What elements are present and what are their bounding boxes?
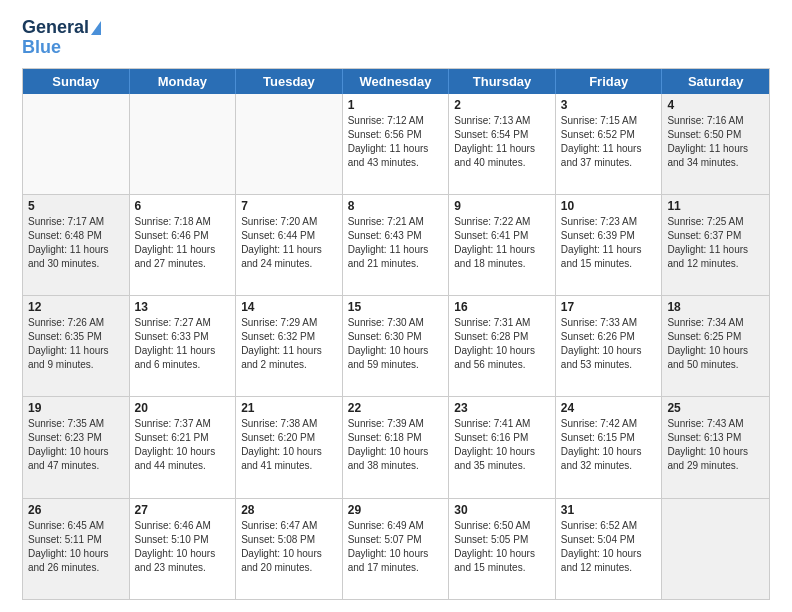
day-info: Sunrise: 7:22 AM Sunset: 6:41 PM Dayligh… [454,215,550,271]
day-number: 26 [28,503,124,517]
day-info: Sunrise: 7:15 AM Sunset: 6:52 PM Dayligh… [561,114,657,170]
day-number: 20 [135,401,231,415]
calendar-cell-30: 30Sunrise: 6:50 AM Sunset: 5:05 PM Dayli… [449,499,556,599]
day-info: Sunrise: 7:26 AM Sunset: 6:35 PM Dayligh… [28,316,124,372]
day-info: Sunrise: 7:43 AM Sunset: 6:13 PM Dayligh… [667,417,764,473]
calendar-cell-24: 24Sunrise: 7:42 AM Sunset: 6:15 PM Dayli… [556,397,663,497]
calendar-cell-12: 12Sunrise: 7:26 AM Sunset: 6:35 PM Dayli… [23,296,130,396]
calendar-cell-15: 15Sunrise: 7:30 AM Sunset: 6:30 PM Dayli… [343,296,450,396]
day-number: 9 [454,199,550,213]
calendar-cell-28: 28Sunrise: 6:47 AM Sunset: 5:08 PM Dayli… [236,499,343,599]
header-day-friday: Friday [556,69,663,94]
header: General Blue [22,18,770,58]
day-number: 18 [667,300,764,314]
day-info: Sunrise: 7:13 AM Sunset: 6:54 PM Dayligh… [454,114,550,170]
calendar-cell-11: 11Sunrise: 7:25 AM Sunset: 6:37 PM Dayli… [662,195,769,295]
day-info: Sunrise: 7:18 AM Sunset: 6:46 PM Dayligh… [135,215,231,271]
calendar-cell-31: 31Sunrise: 6:52 AM Sunset: 5:04 PM Dayli… [556,499,663,599]
day-number: 13 [135,300,231,314]
calendar-cell-3: 3Sunrise: 7:15 AM Sunset: 6:52 PM Daylig… [556,94,663,194]
calendar-cell-21: 21Sunrise: 7:38 AM Sunset: 6:20 PM Dayli… [236,397,343,497]
day-info: Sunrise: 7:30 AM Sunset: 6:30 PM Dayligh… [348,316,444,372]
calendar-cell-23: 23Sunrise: 7:41 AM Sunset: 6:16 PM Dayli… [449,397,556,497]
calendar-cell-empty-0-1 [130,94,237,194]
day-number: 23 [454,401,550,415]
page: General Blue SundayMondayTuesdayWednesda… [0,0,792,612]
day-number: 2 [454,98,550,112]
day-number: 25 [667,401,764,415]
calendar-cell-20: 20Sunrise: 7:37 AM Sunset: 6:21 PM Dayli… [130,397,237,497]
calendar-cell-5: 5Sunrise: 7:17 AM Sunset: 6:48 PM Daylig… [23,195,130,295]
day-info: Sunrise: 7:17 AM Sunset: 6:48 PM Dayligh… [28,215,124,271]
day-info: Sunrise: 7:20 AM Sunset: 6:44 PM Dayligh… [241,215,337,271]
calendar-cell-7: 7Sunrise: 7:20 AM Sunset: 6:44 PM Daylig… [236,195,343,295]
calendar-cell-26: 26Sunrise: 6:45 AM Sunset: 5:11 PM Dayli… [23,499,130,599]
day-number: 5 [28,199,124,213]
logo-icon [91,21,101,35]
header-day-monday: Monday [130,69,237,94]
calendar-cell-29: 29Sunrise: 6:49 AM Sunset: 5:07 PM Dayli… [343,499,450,599]
day-info: Sunrise: 6:49 AM Sunset: 5:07 PM Dayligh… [348,519,444,575]
calendar-cell-4: 4Sunrise: 7:16 AM Sunset: 6:50 PM Daylig… [662,94,769,194]
day-info: Sunrise: 7:38 AM Sunset: 6:20 PM Dayligh… [241,417,337,473]
calendar-cell-16: 16Sunrise: 7:31 AM Sunset: 6:28 PM Dayli… [449,296,556,396]
calendar: SundayMondayTuesdayWednesdayThursdayFrid… [22,68,770,600]
day-number: 4 [667,98,764,112]
logo: General Blue [22,18,101,58]
calendar-cell-8: 8Sunrise: 7:21 AM Sunset: 6:43 PM Daylig… [343,195,450,295]
calendar-cell-empty-0-2 [236,94,343,194]
day-info: Sunrise: 7:37 AM Sunset: 6:21 PM Dayligh… [135,417,231,473]
day-number: 3 [561,98,657,112]
header-day-tuesday: Tuesday [236,69,343,94]
day-number: 1 [348,98,444,112]
day-number: 31 [561,503,657,517]
calendar-cell-6: 6Sunrise: 7:18 AM Sunset: 6:46 PM Daylig… [130,195,237,295]
calendar-cell-27: 27Sunrise: 6:46 AM Sunset: 5:10 PM Dayli… [130,499,237,599]
logo-text-blue: Blue [22,38,61,58]
day-info: Sunrise: 7:27 AM Sunset: 6:33 PM Dayligh… [135,316,231,372]
calendar-cell-10: 10Sunrise: 7:23 AM Sunset: 6:39 PM Dayli… [556,195,663,295]
calendar-cell-1: 1Sunrise: 7:12 AM Sunset: 6:56 PM Daylig… [343,94,450,194]
day-info: Sunrise: 6:47 AM Sunset: 5:08 PM Dayligh… [241,519,337,575]
day-info: Sunrise: 7:31 AM Sunset: 6:28 PM Dayligh… [454,316,550,372]
day-number: 28 [241,503,337,517]
calendar-cell-13: 13Sunrise: 7:27 AM Sunset: 6:33 PM Dayli… [130,296,237,396]
day-info: Sunrise: 6:45 AM Sunset: 5:11 PM Dayligh… [28,519,124,575]
day-number: 30 [454,503,550,517]
calendar-cell-empty-4-6 [662,499,769,599]
day-info: Sunrise: 6:50 AM Sunset: 5:05 PM Dayligh… [454,519,550,575]
calendar-cell-empty-0-0 [23,94,130,194]
day-info: Sunrise: 7:34 AM Sunset: 6:25 PM Dayligh… [667,316,764,372]
calendar-cell-2: 2Sunrise: 7:13 AM Sunset: 6:54 PM Daylig… [449,94,556,194]
calendar-cell-19: 19Sunrise: 7:35 AM Sunset: 6:23 PM Dayli… [23,397,130,497]
day-number: 24 [561,401,657,415]
day-info: Sunrise: 7:16 AM Sunset: 6:50 PM Dayligh… [667,114,764,170]
header-day-saturday: Saturday [662,69,769,94]
day-info: Sunrise: 7:25 AM Sunset: 6:37 PM Dayligh… [667,215,764,271]
day-number: 14 [241,300,337,314]
day-number: 21 [241,401,337,415]
header-day-wednesday: Wednesday [343,69,450,94]
day-info: Sunrise: 6:52 AM Sunset: 5:04 PM Dayligh… [561,519,657,575]
day-number: 8 [348,199,444,213]
day-number: 6 [135,199,231,213]
day-number: 12 [28,300,124,314]
calendar-row-4: 26Sunrise: 6:45 AM Sunset: 5:11 PM Dayli… [23,498,769,599]
calendar-cell-17: 17Sunrise: 7:33 AM Sunset: 6:26 PM Dayli… [556,296,663,396]
day-info: Sunrise: 6:46 AM Sunset: 5:10 PM Dayligh… [135,519,231,575]
logo-text-general: General [22,18,89,38]
day-number: 7 [241,199,337,213]
calendar-header: SundayMondayTuesdayWednesdayThursdayFrid… [23,69,769,94]
day-number: 15 [348,300,444,314]
day-info: Sunrise: 7:12 AM Sunset: 6:56 PM Dayligh… [348,114,444,170]
calendar-cell-14: 14Sunrise: 7:29 AM Sunset: 6:32 PM Dayli… [236,296,343,396]
header-day-sunday: Sunday [23,69,130,94]
calendar-cell-9: 9Sunrise: 7:22 AM Sunset: 6:41 PM Daylig… [449,195,556,295]
day-number: 22 [348,401,444,415]
calendar-row-0: 1Sunrise: 7:12 AM Sunset: 6:56 PM Daylig… [23,94,769,194]
calendar-cell-22: 22Sunrise: 7:39 AM Sunset: 6:18 PM Dayli… [343,397,450,497]
calendar-row-3: 19Sunrise: 7:35 AM Sunset: 6:23 PM Dayli… [23,396,769,497]
day-number: 19 [28,401,124,415]
day-number: 27 [135,503,231,517]
calendar-row-1: 5Sunrise: 7:17 AM Sunset: 6:48 PM Daylig… [23,194,769,295]
